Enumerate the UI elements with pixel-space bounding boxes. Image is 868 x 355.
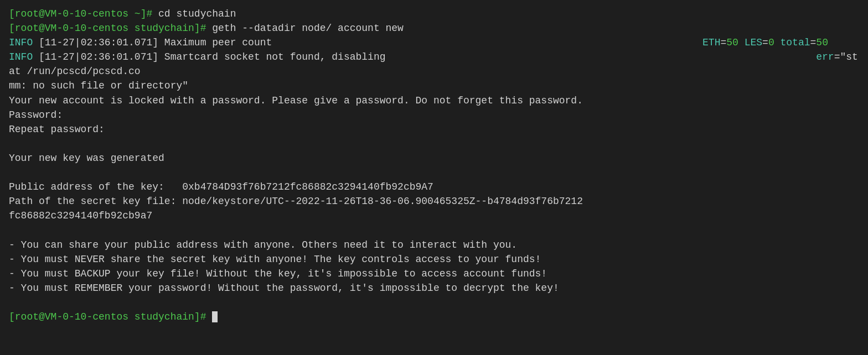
terminal: [root@VM-0-10-centos ~]# cd studychain[r…: [9, 7, 859, 324]
cursor: [212, 311, 218, 322]
terminal-line-info2b: mm: no such file or directory": [9, 79, 859, 93]
eth-eq: =: [720, 37, 726, 48]
terminal-line-info2: INFO [11-27|02:36:01.071] Smartcard sock…: [9, 50, 859, 79]
command: geth --datadir node/ account new: [212, 23, 404, 34]
terminal-line-msg3: Repeat password:: [9, 122, 859, 137]
info-text: [11-27|02:36:01.071] Maximum peer count: [33, 37, 272, 48]
info-right: ETH=50 LES=0 total=50: [272, 37, 828, 48]
terminal-line-msg6b: fc86882c3294140fb92cb9a7: [9, 208, 859, 223]
prompt: [root@VM-0-10-centos ~]#: [9, 8, 158, 19]
terminal-line-msg2: Password:: [9, 108, 859, 122]
err-key: err: [816, 51, 834, 62]
terminal-line-blank3: [9, 223, 859, 237]
terminal-line-cmd2: [root@VM-0-10-centos studychain]# geth -…: [9, 21, 859, 35]
terminal-line-cmd3: [root@VM-0-10-centos studychain]#: [9, 310, 859, 324]
terminal-line-msg5: Public address of the key: 0xb4784D93f76…: [9, 180, 859, 194]
terminal-line-warn4: - You must REMEMBER your password! Witho…: [9, 281, 859, 295]
total-key: total: [781, 37, 810, 48]
terminal-line-warn3: - You must BACKUP your key file! Without…: [9, 267, 859, 281]
terminal-line-msg1: Your new account is locked with a passwo…: [9, 93, 859, 108]
terminal-line-cmd1: [root@VM-0-10-centos ~]# cd studychain: [9, 7, 859, 21]
terminal-line-msg4: Your new key was generated: [9, 151, 859, 165]
total-val: 50: [816, 37, 828, 48]
les-key: LES: [745, 37, 762, 48]
terminal-line-blank2: [9, 165, 859, 180]
prompt: [root@VM-0-10-centos studychain]#: [9, 311, 212, 322]
terminal-line-warn1: - You can share your public address with…: [9, 238, 859, 252]
terminal-line-blank4: [9, 295, 859, 310]
eth-key: ETH: [702, 37, 720, 48]
terminal-line-info1: INFO [11-27|02:36:01.071] Maximum peer c…: [9, 35, 859, 50]
info-label: INFO: [9, 51, 33, 62]
command: cd studychain: [158, 8, 236, 19]
les-eq: =: [762, 37, 768, 48]
eth-val: 50: [726, 37, 738, 48]
info-label: INFO: [9, 37, 33, 48]
total-eq: =: [810, 37, 817, 48]
les-val: 0: [768, 37, 774, 48]
terminal-line-msg6: Path of the secret key file: node/keysto…: [9, 194, 859, 208]
prompt: [root@VM-0-10-centos studychain]#: [9, 23, 212, 34]
info-text: [11-27|02:36:01.071] Smartcard socket no…: [33, 51, 385, 62]
terminal-line-warn2: - You must NEVER share the secret key wi…: [9, 252, 859, 267]
terminal-line-blank1: [9, 137, 859, 151]
